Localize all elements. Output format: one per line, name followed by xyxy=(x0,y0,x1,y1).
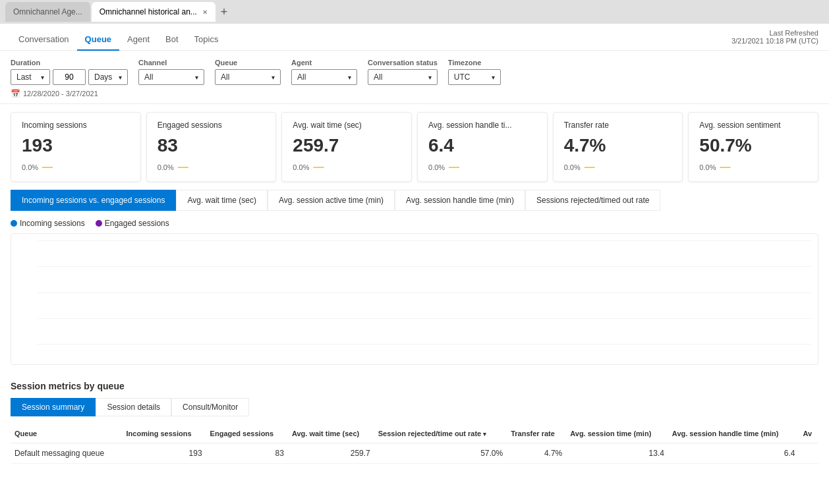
chart-tab[interactable]: Sessions rejected/timed out rate xyxy=(525,190,660,211)
metric-value: 6.4 xyxy=(428,135,536,156)
nav-item-topics[interactable]: Topics xyxy=(186,29,227,51)
chevron-down-icon: ▾ xyxy=(428,74,432,81)
chart-legend: Incoming sessions Engaged sessions xyxy=(11,219,818,228)
nav-item-queue[interactable]: Queue xyxy=(77,29,119,51)
table-row: Default messaging queue19383259.757.0%4.… xyxy=(11,443,818,464)
table-cell: 6.4 xyxy=(668,443,799,464)
metric-title: Incoming sessions xyxy=(22,121,130,130)
close-icon[interactable]: ✕ xyxy=(202,9,208,16)
metric-card-avg-handle: Avg. session handle ti... 6.4 0.0% — xyxy=(417,112,548,182)
calendar-icon: 📅 xyxy=(11,89,20,98)
browser-tab-2[interactable]: Omnichannel historical an... ✕ xyxy=(92,2,215,22)
filter-group-agent: Agent All ▾ xyxy=(291,59,357,85)
duration-unit-select[interactable]: Days ▾ xyxy=(88,69,128,85)
filter-group-timezone: Timezone UTC ▾ xyxy=(448,59,501,85)
chart-tab[interactable]: Avg. session handle time (min) xyxy=(395,190,525,211)
agent-label: Agent xyxy=(291,59,357,67)
conv-status-select[interactable]: All ▾ xyxy=(368,69,438,85)
chevron-down-icon: ▾ xyxy=(492,74,495,81)
table-column-header: Avg. wait time (sec) xyxy=(288,424,374,443)
metric-title: Transfer rate xyxy=(564,121,672,130)
metric-pct: 0.0% xyxy=(699,163,716,171)
last-refreshed-label: Last Refreshed xyxy=(731,29,818,37)
new-tab-button[interactable]: + xyxy=(217,5,232,19)
filters-row: Duration Last ▾ Days ▾ Channel xyxy=(11,59,818,85)
table-column-header: Queue xyxy=(11,424,123,443)
chart-tab[interactable]: Avg. wait time (sec) xyxy=(176,190,267,211)
queue-select[interactable]: All ▾ xyxy=(215,69,281,85)
top-nav: Conversation Queue Agent Bot Topics Last… xyxy=(0,24,829,51)
duration-type-select[interactable]: Last ▾ xyxy=(11,69,50,85)
filter-group-queue: Queue All ▾ xyxy=(215,59,281,85)
metric-pct: 0.0% xyxy=(564,163,581,171)
subtab[interactable]: Session summary xyxy=(11,398,96,416)
metrics-row: Incoming sessions 193 0.0% — Engaged ses… xyxy=(0,104,829,190)
subtabs: Session summarySession detailsConsult/Mo… xyxy=(11,398,818,416)
metric-value: 4.7% xyxy=(564,135,672,156)
subtab[interactable]: Session details xyxy=(96,398,171,416)
date-range: 📅 12/28/2020 - 3/27/2021 xyxy=(11,89,818,98)
nav-item-bot[interactable]: Bot xyxy=(157,29,186,51)
chevron-down-icon: ▾ xyxy=(272,74,275,81)
table-column-header: Engaged sessions xyxy=(206,424,288,443)
data-table: QueueIncoming sessionsEngaged sessionsAv… xyxy=(11,424,818,464)
chart-inner xyxy=(38,240,811,345)
last-refreshed-value: 3/21/2021 10:18 PM (UTC) xyxy=(731,37,818,45)
table-column-header[interactable]: Session rejected/time out rate ▾ xyxy=(374,424,507,443)
chevron-down-icon: ▾ xyxy=(348,74,351,81)
metric-footer: 0.0% — xyxy=(564,161,672,173)
metric-pct: 0.0% xyxy=(157,163,174,171)
metric-card-avg-wait: Avg. wait time (sec) 259.7 0.0% — xyxy=(281,112,412,182)
metric-title: Avg. session sentiment xyxy=(699,121,807,130)
chart-tab[interactable]: Incoming sessions vs. engaged sessions xyxy=(11,190,176,211)
chart-tab[interactable]: Avg. session active time (min) xyxy=(268,190,395,211)
bars-area xyxy=(38,240,811,345)
filter-group-duration: Duration Last ▾ Days ▾ xyxy=(11,59,128,85)
table-cell: 57.0% xyxy=(374,443,507,464)
browser-tab-2-label: Omnichannel historical an... xyxy=(100,7,197,16)
table-cell: 193 xyxy=(123,443,206,464)
sort-icon[interactable]: ▾ xyxy=(481,431,486,437)
metric-dash: — xyxy=(178,161,188,173)
legend-label: Engaged sessions xyxy=(105,219,169,228)
timezone-label: Timezone xyxy=(448,59,501,67)
table-cell: Default messaging queue xyxy=(11,443,123,464)
nav-item-conversation[interactable]: Conversation xyxy=(11,29,77,51)
metric-value: 193 xyxy=(22,135,130,156)
timezone-select[interactable]: UTC ▾ xyxy=(448,69,501,85)
agent-select[interactable]: All ▾ xyxy=(291,69,357,85)
channel-label: Channel xyxy=(138,59,204,67)
metric-dash: — xyxy=(585,161,595,173)
date-range-value: 12/28/2020 - 3/27/2021 xyxy=(23,90,98,98)
nav-item-agent[interactable]: Agent xyxy=(119,29,157,51)
table-column-header: Av xyxy=(799,424,818,443)
chart-section: Incoming sessions vs. engaged sessionsAv… xyxy=(0,190,829,373)
channel-select[interactable]: All ▾ xyxy=(138,69,204,85)
browser-tab-1[interactable]: Omnichannel Age... xyxy=(5,2,90,22)
filter-group-conv-status: Conversation status All ▾ xyxy=(368,59,438,85)
metric-footer: 0.0% — xyxy=(293,161,401,173)
subtab[interactable]: Consult/Monitor xyxy=(171,398,249,416)
metric-pct: 0.0% xyxy=(293,163,309,171)
metric-footer: 0.0% — xyxy=(22,161,130,173)
metric-footer: 0.0% — xyxy=(428,161,536,173)
browser-tab-1-label: Omnichannel Age... xyxy=(13,7,82,16)
metric-footer: 0.0% — xyxy=(699,161,807,173)
conv-status-label: Conversation status xyxy=(368,59,438,67)
table-cell: 4.7% xyxy=(507,443,566,464)
metric-card-incoming: Incoming sessions 193 0.0% — xyxy=(11,112,141,182)
metric-value: 50.7% xyxy=(699,135,807,156)
metric-pct: 0.0% xyxy=(428,163,445,171)
table-header: QueueIncoming sessionsEngaged sessionsAv… xyxy=(11,424,818,443)
table-body: Default messaging queue19383259.757.0%4.… xyxy=(11,443,818,464)
metric-value: 259.7 xyxy=(293,135,401,156)
metric-dash: — xyxy=(313,161,324,173)
metric-title: Engaged sessions xyxy=(157,121,266,130)
table-section: Session metrics by queue Session summary… xyxy=(0,373,829,504)
duration-value-input[interactable] xyxy=(53,69,86,85)
legend-item: Incoming sessions xyxy=(11,219,85,228)
table-column-header: Transfer rate xyxy=(507,424,566,443)
legend-dot xyxy=(11,220,17,227)
metric-card-avg-sentiment: Avg. session sentiment 50.7% 0.0% — xyxy=(688,112,818,182)
filters-section: Duration Last ▾ Days ▾ Channel xyxy=(0,51,829,104)
